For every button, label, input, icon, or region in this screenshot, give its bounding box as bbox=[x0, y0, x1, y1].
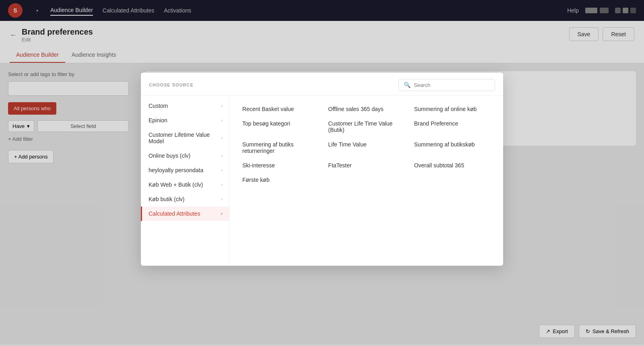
chevron-right-icon: › bbox=[221, 135, 223, 141]
content-item-12[interactable]: Første køb bbox=[237, 173, 323, 187]
chevron-right-icon: › bbox=[221, 103, 223, 109]
chevron-right-icon: › bbox=[221, 211, 223, 216]
chevron-right-icon: › bbox=[221, 153, 223, 159]
sidebar-item-heyloyalty-persondata[interactable]: heyloyalty persondata› bbox=[141, 163, 229, 177]
sidebar-item-calculated-attributes[interactable]: Calculated Attributes› bbox=[141, 206, 229, 221]
sidebar-item-køb-butik-(clv)[interactable]: Køb butik (clv)› bbox=[141, 192, 229, 206]
modal-search[interactable]: 🔍 bbox=[398, 79, 495, 91]
content-item-1[interactable]: Offline sales 365 days bbox=[323, 102, 409, 116]
content-item-2[interactable]: Summering af online køb bbox=[409, 102, 495, 116]
chevron-right-icon: › bbox=[221, 196, 223, 202]
sidebar-item-customer-lifetime-value-model[interactable]: Customer Lifetime Value Model› bbox=[141, 128, 229, 148]
content-item-5[interactable]: Brand Preference bbox=[409, 116, 495, 137]
search-icon: 🔍 bbox=[404, 82, 411, 88]
content-item-3[interactable]: Top besøg kategori bbox=[237, 116, 323, 137]
content-item-8[interactable]: Summering af butikskøb bbox=[409, 137, 495, 158]
chevron-right-icon: › bbox=[221, 182, 223, 187]
content-item-4[interactable]: Customer Life Time Value (Butik) bbox=[323, 116, 409, 137]
modal-body: Custom›Epinion›Customer Lifetime Value M… bbox=[141, 95, 503, 266]
chevron-right-icon: › bbox=[221, 167, 223, 173]
content-item-13 bbox=[323, 173, 409, 187]
modal-content-list: Recent Basket valueOffline sales 365 day… bbox=[229, 95, 503, 266]
sidebar-item-online-buys-(clv)[interactable]: Online buys (clv)› bbox=[141, 148, 229, 163]
content-item-14 bbox=[409, 173, 495, 187]
sidebar-item-køb-web-+-butik-(clv)[interactable]: Køb Web + Butik (clv)› bbox=[141, 177, 229, 192]
content-item-6[interactable]: Summering af butiks returneringer bbox=[237, 137, 323, 158]
chevron-right-icon: › bbox=[221, 117, 223, 123]
content-item-10[interactable]: FtaTester bbox=[323, 158, 409, 173]
content-item-0[interactable]: Recent Basket value bbox=[237, 102, 323, 116]
content-item-11[interactable]: Overall subtotal 365 bbox=[409, 158, 495, 173]
content-item-9[interactable]: Ski-interesse bbox=[237, 158, 323, 173]
search-input[interactable] bbox=[414, 82, 490, 88]
source-modal: CHOOSE SOURCE 🔍 Custom›Epinion›Customer … bbox=[141, 72, 503, 266]
sidebar-item-epinion[interactable]: Epinion› bbox=[141, 113, 229, 128]
modal-header: CHOOSE SOURCE 🔍 bbox=[141, 72, 503, 95]
choose-source-label: CHOOSE SOURCE bbox=[149, 82, 194, 87]
modal-sidebar: Custom›Epinion›Customer Lifetime Value M… bbox=[141, 95, 229, 266]
sidebar-item-custom[interactable]: Custom› bbox=[141, 99, 229, 113]
content-item-7[interactable]: Life Time Value bbox=[323, 137, 409, 158]
